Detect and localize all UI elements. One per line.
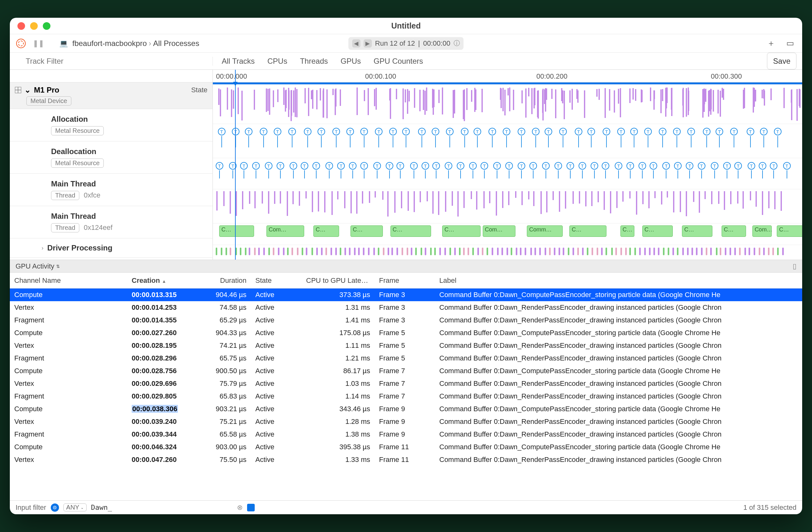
cell-latency: 1.28 ms bbox=[302, 417, 375, 426]
command-segment[interactable]: Comm… bbox=[527, 225, 563, 237]
cell-label: Command Buffer 0:Dawn_RenderPassEncoder_… bbox=[435, 304, 802, 312]
col-header-latency[interactable]: CPU to GPU Laten… bbox=[302, 277, 375, 285]
cell-creation: 00:00.028.296 bbox=[127, 354, 203, 363]
run-next-button[interactable]: ▶ bbox=[363, 39, 372, 47]
cell-frame: Frame 5 bbox=[375, 341, 435, 350]
cell-channel: Fragment bbox=[10, 430, 127, 439]
device-track-header[interactable]: ⌄ M1 Pro State Metal Device bbox=[10, 83, 213, 109]
driver-processing-row[interactable]: › Driver Processing bbox=[10, 238, 213, 258]
cell-duration: 904.46 µs bbox=[203, 291, 251, 299]
run-selector[interactable]: ◀ ▶ Run 12 of 12 | 00:00:00 ⓘ bbox=[348, 37, 463, 50]
run-prev-button[interactable]: ◀ bbox=[352, 39, 360, 47]
command-segment[interactable]: C… bbox=[642, 225, 673, 237]
track-row[interactable]: Allocation Metal Resource bbox=[10, 109, 213, 142]
sort-asc-icon: ▲ bbox=[162, 279, 166, 284]
table-row[interactable]: Fragment 00:00.014.355 65.29 µs Active 1… bbox=[10, 314, 802, 327]
cell-frame: Frame 7 bbox=[375, 380, 435, 388]
library-button[interactable]: ▭ bbox=[784, 38, 796, 49]
table-row[interactable]: Compute 00:00.046.324 903.00 µs Active 3… bbox=[10, 441, 802, 453]
breadcrumb[interactable]: fbeaufort-macbookpro › All Processes bbox=[72, 39, 199, 48]
table-row[interactable]: Compute 00:00.013.315 904.46 µs Active 3… bbox=[10, 289, 802, 301]
input-filter-label: Input filter bbox=[16, 503, 46, 512]
table-row[interactable]: Fragment 00:00.039.344 65.58 µs Active 1… bbox=[10, 428, 802, 441]
filter-options-button[interactable] bbox=[247, 504, 255, 512]
col-header-creation[interactable]: Creation▲ bbox=[127, 277, 203, 285]
command-segment[interactable]: C… bbox=[314, 225, 339, 237]
cell-latency: 395.38 µs bbox=[302, 443, 375, 451]
cell-state: Active bbox=[251, 405, 302, 413]
minimize-window-button[interactable] bbox=[30, 22, 38, 30]
track-badge: Thread bbox=[51, 191, 79, 200]
cell-duration: 74.58 µs bbox=[203, 304, 251, 312]
track-row[interactable]: Main Thread Thread 0x124eef bbox=[10, 206, 213, 238]
table-row[interactable]: Vertex 00:00.029.696 75.79 µs Active 1.0… bbox=[10, 377, 802, 390]
col-header-duration[interactable]: Duration bbox=[203, 277, 251, 285]
panel-toggle-icon[interactable]: ▯ bbox=[793, 262, 796, 270]
panel-selector[interactable]: GPU Activity ⇅ bbox=[16, 262, 60, 270]
table-row[interactable]: Compute 00:00.028.756 900.50 µs Active 8… bbox=[10, 365, 802, 377]
table-row[interactable]: Compute 00:00.027.260 904.33 µs Active 1… bbox=[10, 327, 802, 339]
cell-label: Command Buffer 0:Dawn_ComputePassEncoder… bbox=[435, 405, 802, 413]
command-segment[interactable]: C… bbox=[777, 225, 802, 237]
command-segment[interactable]: Com… bbox=[752, 225, 771, 237]
breadcrumb-target[interactable]: All Processes bbox=[153, 39, 199, 48]
tab-threads[interactable]: Threads bbox=[300, 57, 328, 65]
col-header-channel[interactable]: Channel Name bbox=[10, 277, 127, 285]
clear-filter-button[interactable]: ⊗ bbox=[237, 503, 243, 512]
command-segment[interactable]: Com… bbox=[266, 225, 304, 237]
table-row[interactable]: Vertex 00:00.014.253 74.58 µs Active 1.3… bbox=[10, 301, 802, 314]
col-header-state[interactable]: State bbox=[251, 277, 302, 285]
table-row[interactable]: Fragment 00:00.028.296 65.75 µs Active 1… bbox=[10, 352, 802, 365]
command-segment[interactable]: C… bbox=[569, 225, 606, 237]
col-header-label[interactable]: Label bbox=[435, 277, 802, 285]
tab-gpus[interactable]: GPUs bbox=[340, 57, 361, 65]
table-row[interactable]: Vertex 00:00.039.240 75.21 µs Active 1.2… bbox=[10, 415, 802, 428]
table-row[interactable]: Vertex 00:00.047.260 75.50 µs Active 1.3… bbox=[10, 453, 802, 466]
table-row[interactable]: Vertex 00:00.028.195 74.21 µs Active 1.1… bbox=[10, 339, 802, 352]
info-icon[interactable]: ⓘ bbox=[453, 39, 460, 47]
cell-creation: 00:00.046.324 bbox=[127, 443, 203, 451]
cell-duration: 74.21 µs bbox=[203, 341, 251, 350]
command-segment[interactable]: C… bbox=[682, 225, 712, 237]
cell-creation: 00:00.028.756 bbox=[127, 367, 203, 375]
table-body[interactable]: Compute 00:00.013.315 904.46 µs Active 3… bbox=[10, 289, 802, 500]
filter-chip-icon[interactable]: ⊜ bbox=[51, 503, 59, 512]
command-segment[interactable]: C… bbox=[390, 225, 431, 237]
command-segment[interactable]: Com… bbox=[483, 225, 516, 237]
track-row[interactable]: Deallocation Metal Resource bbox=[10, 142, 213, 174]
table-row[interactable]: Fragment 00:00.029.805 65.83 µs Active 1… bbox=[10, 390, 802, 403]
cell-creation: 00:00.013.315 bbox=[127, 291, 203, 299]
fullscreen-window-button[interactable] bbox=[43, 22, 50, 30]
playhead[interactable] bbox=[235, 70, 236, 260]
tab-all-tracks[interactable]: All Tracks bbox=[222, 57, 255, 65]
track-row[interactable]: Main Thread Thread 0xfce bbox=[10, 174, 213, 206]
cell-creation: 00:00.047.260 bbox=[127, 456, 203, 464]
cell-state: Active bbox=[251, 417, 302, 426]
timeline-canvas[interactable]: 00:00.000 00:00.100 00:00.200 00:00.300 … bbox=[213, 70, 802, 260]
pause-button[interactable]: ❚❚ bbox=[30, 39, 47, 47]
time-ruler[interactable]: 00:00.000 00:00.100 00:00.200 00:00.300 bbox=[213, 70, 802, 83]
time-tick: 00:00.000 bbox=[216, 72, 247, 80]
filter-scope-selector[interactable]: ANY ⌄ bbox=[63, 503, 87, 512]
command-segment[interactable]: C… bbox=[442, 225, 480, 237]
command-segment[interactable]: C… bbox=[722, 225, 746, 237]
track-filter-input[interactable] bbox=[10, 57, 213, 65]
chevron-down-icon[interactable]: ⌄ bbox=[25, 86, 31, 94]
command-segment[interactable]: C… bbox=[350, 225, 383, 237]
table-row[interactable]: Compute 00:00.038.306 903.21 µs Active 3… bbox=[10, 403, 802, 415]
save-button[interactable]: Save bbox=[767, 53, 796, 70]
command-segment[interactable]: C… bbox=[219, 225, 254, 237]
filter-bar: ⊜ All Tracks CPUs Threads GPUs GPU Count… bbox=[10, 53, 802, 70]
app-window: Untitled ❚❚ 💻 fbeaufort-macbookpro › All… bbox=[10, 18, 802, 514]
tab-cpus[interactable]: CPUs bbox=[267, 57, 287, 65]
chevron-right-icon[interactable]: › bbox=[42, 245, 43, 251]
tab-gpu-counters[interactable]: GPU Counters bbox=[374, 57, 423, 65]
breadcrumb-host[interactable]: fbeaufort-macbookpro bbox=[72, 39, 147, 48]
record-button[interactable] bbox=[16, 39, 26, 48]
col-header-frame[interactable]: Frame bbox=[375, 277, 435, 285]
close-window-button[interactable] bbox=[17, 22, 25, 30]
track-id: 0x124eef bbox=[84, 223, 113, 232]
command-segment[interactable]: C… bbox=[620, 225, 635, 237]
filter-token[interactable]: Dawn_ bbox=[91, 503, 112, 512]
add-button[interactable]: ＋ bbox=[765, 38, 777, 49]
